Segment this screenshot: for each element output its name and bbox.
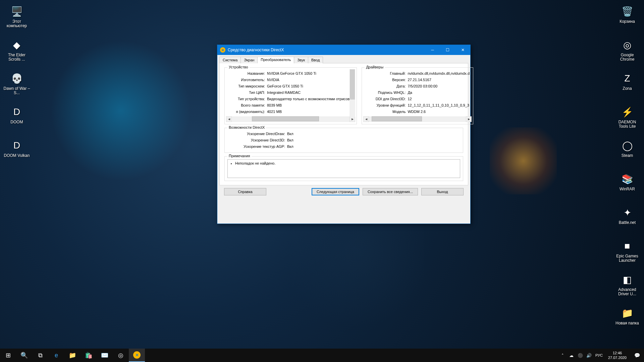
row-key: Изготовитель: — [228, 77, 265, 83]
dxdiag-icon: ✕ — [220, 47, 225, 53]
notes-box: Неполадок не найдено. — [227, 159, 460, 178]
desktop-icon[interactable]: 💀Dawn of War – S... — [3, 72, 30, 95]
row-value: 27.21.14.5167 — [408, 77, 470, 83]
drivers-legend: Драйверы — [365, 65, 385, 69]
desktop-icon[interactable]: 🗑️Корзина — [614, 5, 641, 24]
row-key: DDI для Direct3D: — [365, 96, 406, 102]
taskbar-chrome[interactable]: ◎ — [113, 349, 129, 362]
row-value: 12 — [408, 96, 470, 102]
help-button[interactable]: Справка — [224, 188, 266, 195]
scroll-left-icon[interactable]: ◀ — [363, 116, 369, 122]
taskbar-dxdiag[interactable]: ✕ — [129, 349, 145, 362]
dx-legend: Возможности DirectX — [227, 125, 266, 129]
row-value: Видеоадаптер только с возможностями отри… — [267, 96, 353, 102]
maximize-button[interactable]: ☐ — [440, 45, 455, 55]
notes-group: Примечания Неполадок не найдено. — [224, 156, 463, 181]
info-row: Дата:7/5/2020 03:00:00 — [362, 83, 473, 89]
tab-Звук[interactable]: Звук — [294, 57, 308, 63]
next-page-button[interactable]: Следующая страница — [312, 188, 359, 195]
row-value: 12_1,12_0,11_1,11_0,10_1,10_0,9_3 — [408, 103, 470, 108]
tab-Ввод[interactable]: Ввод — [308, 57, 323, 63]
info-row: Ускорение DirectDraw:Вкл — [225, 131, 463, 137]
desktop-icon[interactable]: ⚡DAEMON Tools Lite — [614, 105, 641, 129]
tray-up-icon[interactable]: ˄ — [558, 353, 567, 358]
info-row: Ускорение Direct3D:Вкл — [225, 137, 463, 143]
row-key: Версия: — [365, 77, 406, 83]
desktop-icon[interactable]: 📚WinRAR — [614, 172, 641, 191]
app-icon: ✦ — [621, 206, 634, 219]
icon-label: Новая папка — [614, 321, 641, 325]
desktop-icon[interactable]: DDOOM — [3, 105, 30, 124]
icon-label: Zona — [614, 86, 641, 91]
desktop-icon[interactable]: ◆The Elder Scrolls ... — [3, 38, 30, 62]
icon-label: DAEMON Tools Lite — [614, 120, 641, 129]
icon-label: Epic Games Launcher — [614, 254, 641, 263]
icon-label: WinRAR — [614, 187, 641, 191]
start-button[interactable]: ⊞ — [0, 349, 16, 362]
icon-label: Battle.net — [614, 221, 641, 225]
tab-Экран[interactable]: Экран — [240, 57, 258, 63]
info-row: Тип микросхем:GeForce GTX 1050 Ti — [225, 83, 357, 89]
info-row: Версия:27.21.14.5167 — [362, 77, 473, 83]
row-value: Вкл — [287, 144, 460, 149]
app-icon: 📁 — [621, 306, 634, 320]
tray-clock[interactable]: 12:46 27.07.2020 — [605, 351, 630, 360]
desktop-icon[interactable]: ◯Steam — [614, 139, 641, 158]
row-key: Ускорение текстур AGP: — [228, 144, 285, 149]
desktop-icon[interactable]: ■Epic Games Launcher — [614, 239, 641, 263]
tray-network-icon[interactable]: ⚫ — [576, 353, 585, 358]
tab-Система[interactable]: Система — [219, 57, 241, 63]
tray-language[interactable]: РУС — [593, 353, 605, 357]
icon-label: DOOM Vulkan — [3, 154, 30, 158]
minimize-button[interactable]: ─ — [425, 45, 440, 55]
scroll-left-icon[interactable]: ◀ — [226, 116, 232, 122]
desktop-icon[interactable]: ◎Google Chrome — [614, 38, 641, 62]
icon-label: Этот компьютер — [3, 19, 30, 28]
taskbar-edge[interactable]: e — [48, 349, 64, 362]
tray-volume-icon[interactable]: 🔊 — [585, 353, 593, 358]
taskbar-store[interactable]: 🛍️ — [80, 349, 97, 362]
close-button[interactable]: ✕ — [455, 45, 470, 55]
row-value: Да — [408, 90, 470, 96]
app-icon: ◯ — [621, 139, 634, 152]
row-key: Уровни функций: — [365, 103, 406, 108]
scroll-right-icon[interactable]: ▶ — [466, 116, 472, 122]
drivers-hscroll[interactable]: ◀ ▶ — [363, 116, 472, 122]
desktop-icon[interactable]: DDOOM Vulkan — [3, 139, 30, 158]
row-value: NVIDIA — [267, 77, 353, 83]
device-vscroll[interactable] — [350, 69, 355, 117]
desktop-icon[interactable]: ◧Advanced Driver U... — [614, 273, 641, 296]
search-button[interactable]: 🔍 — [16, 349, 32, 362]
desktop-icon[interactable]: ZZona — [614, 72, 641, 91]
taskbar-mail[interactable]: ✉️ — [97, 349, 113, 362]
app-icon: ■ — [621, 239, 634, 253]
row-key: Ускорение DirectDraw: — [228, 131, 285, 137]
info-row: Подпись WHQL:Да — [362, 89, 473, 96]
app-icon: 🗑️ — [621, 5, 634, 18]
tab-Преобразователь[interactable]: Преобразователь — [257, 57, 294, 63]
app-icon: D — [10, 105, 23, 119]
desktop-icon[interactable]: 🖥️Этот компьютер — [3, 5, 30, 28]
app-icon: 📚 — [621, 172, 634, 186]
row-value: GeForce GTX 1050 Ti — [267, 83, 353, 89]
app-icon: ◧ — [621, 273, 634, 286]
dxdiag-window: ✕ Средство диагностики DirectX ─ ☐ ✕ Сис… — [217, 45, 471, 224]
app-icon: Z — [621, 72, 634, 85]
titlebar[interactable]: ✕ Средство диагностики DirectX ─ ☐ ✕ — [217, 45, 470, 55]
save-all-button[interactable]: Сохранить все сведения... — [363, 188, 418, 195]
desktop-icon[interactable]: ✦Battle.net — [614, 206, 641, 225]
app-icon: ⚡ — [621, 105, 634, 119]
exit-button[interactable]: Выход — [421, 188, 464, 195]
app-icon: 💀 — [10, 72, 23, 85]
tray-onedrive-icon[interactable]: ☁ — [567, 353, 576, 358]
taskbar-explorer[interactable]: 📁 — [64, 349, 80, 362]
task-view-button[interactable]: ⧉ — [32, 349, 48, 362]
device-hscroll[interactable]: ◀ ▶ — [226, 116, 355, 122]
row-key: Тип микросхем: — [228, 83, 265, 89]
row-value: NVIDIA GeForce GTX 1050 Ti — [267, 71, 353, 76]
scroll-right-icon[interactable]: ▶ — [350, 116, 355, 122]
row-value: 8039 MB — [267, 103, 353, 108]
desktop-icon[interactable]: 📁Новая папка — [614, 306, 641, 325]
tray-notifications-icon[interactable]: 💬 — [630, 353, 644, 358]
row-value: 7/5/2020 03:00:00 — [408, 83, 470, 89]
